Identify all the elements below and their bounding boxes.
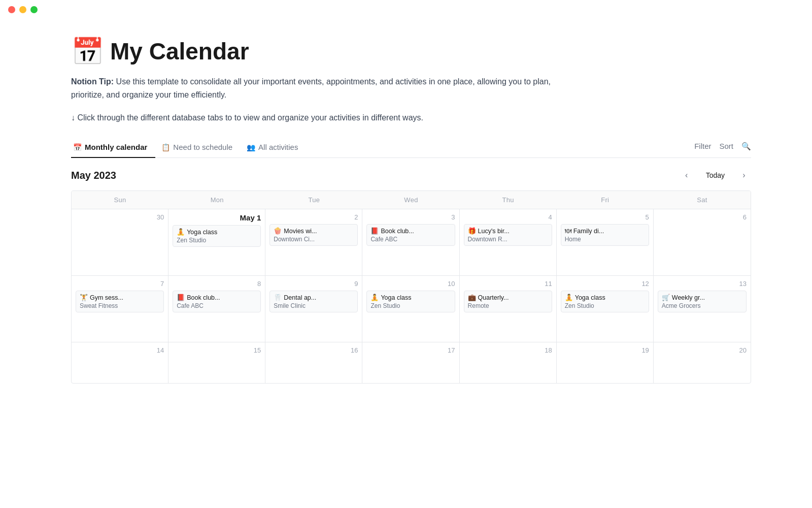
event-birthday-may4[interactable]: 🎁 Lucy's bir... Downtown R... [464,224,552,246]
page-title: My Calendar [110,38,249,65]
calendar-navigation: ‹ Today › [680,168,751,182]
event-dental-may9[interactable]: 🦷 Dental ap... Smile Clinic [269,291,358,312]
event-gym-may7[interactable]: 🏋 Gym sess... Sweat Fitness [76,291,164,312]
day-number-6: 6 [658,213,747,221]
tab-monthly-calendar[interactable]: 📅 Monthly calendar [71,139,155,157]
dental-icon: 🦷 [274,294,282,301]
click-tip: ↓ Click through the different database t… [71,113,751,122]
event-family-dinner-may5[interactable]: 🍽 Family di... Home [561,224,649,246]
calendar-day-18: 18 [460,342,557,383]
title-bar [0,0,812,17]
monthly-calendar-icon: 📅 [73,143,82,151]
calendar-days-header: Sun Mon Tue Wed Thu Fri Sat [72,191,751,209]
calendar-grid: Sun Mon Tue Wed Thu Fri Sat 30 May 1 [71,190,751,384]
event-grocery-may13[interactable]: 🛒 Weekly gr... Acme Grocers [658,291,747,312]
event-location-grocery: Acme Grocers [662,302,742,309]
calendar-day-6: 6 [654,209,751,275]
search-button[interactable]: 🔍 [741,142,751,151]
day-header-sat: Sat [654,191,751,209]
day-header-sun: Sun [72,191,168,209]
event-bookclub-may8[interactable]: 📕 Book club... Cafe ABC [173,291,261,312]
tab-monthly-calendar-label: Monthly calendar [85,143,147,151]
calendar-day-10: 10 🧘 Yoga class Zen Studio [362,276,459,342]
event-name-bookclub-may8: Book club... [187,294,220,301]
calendar-day-16: 16 [265,342,362,383]
maximize-button[interactable] [30,6,38,13]
day-number-30: 30 [76,213,164,221]
event-yoga-may1[interactable]: 🧘 Yoga class Zen Studio [173,225,261,247]
event-location-gym-may7: Sweat Fitness [80,302,160,309]
filter-label: Filter [694,142,711,150]
sort-button[interactable]: Sort [719,142,733,150]
today-button[interactable]: Today [700,169,731,181]
calendar-day-2: 2 🍿 Movies wi... Downtown Ci... [265,209,362,275]
calendar-day-20: 20 [654,342,751,383]
event-title-bookclub-may3: 📕 Book club... [370,227,451,235]
yoga-icon-may12: 🧘 [565,294,573,301]
sort-label: Sort [719,142,733,150]
filter-button[interactable]: Filter [694,142,711,150]
yoga-icon-may1: 🧘 [177,228,185,236]
calendar-day-8: 8 📕 Book club... Cafe ABC [168,276,265,342]
event-location-movies: Downtown Ci... [274,236,354,243]
database-tabs: 📅 Monthly calendar 📋 Need to schedule 👥 … [71,139,751,158]
event-location-quarterly: Remote [468,302,548,309]
family-dinner-icon: 🍽 [565,227,571,235]
prev-month-button[interactable]: ‹ [680,168,694,182]
minimize-button[interactable] [19,6,26,13]
need-to-schedule-icon: 📋 [161,143,170,151]
bookclub-icon-may8: 📕 [177,294,185,301]
event-location-bookclub-may3: Cafe ABC [370,236,451,243]
day-number-16: 16 [269,346,358,354]
calendar-week-2: 7 🏋 Gym sess... Sweat Fitness 8 [72,276,751,342]
day-number-18: 18 [464,346,552,354]
movies-icon: 🍿 [274,227,282,235]
birthday-icon: 🎁 [468,227,476,235]
event-name-dental: Dental ap... [284,294,316,301]
search-icon[interactable]: 🔍 [741,142,751,151]
day-number-8: 8 [173,280,261,288]
calendar-day-7: 7 🏋 Gym sess... Sweat Fitness [72,276,168,342]
day-number-15: 15 [173,346,261,354]
day-number-14: 14 [76,346,164,354]
event-title-dental: 🦷 Dental ap... [274,294,354,301]
event-name-yoga-may10: Yoga class [381,294,411,301]
event-name-gym-may7: Gym sess... [90,294,123,301]
event-yoga-may10[interactable]: 🧘 Yoga class Zen Studio [366,291,455,312]
event-bookclub-may3[interactable]: 📕 Book club... Cafe ABC [366,224,455,246]
event-quarterly-may11[interactable]: 💼 Quarterly... Remote [464,291,552,312]
event-name-bookclub-may3: Book club... [381,228,414,235]
event-movies-may2[interactable]: 🍿 Movies wi... Downtown Ci... [269,224,358,246]
event-name-birthday: Lucy's bir... [478,228,510,235]
notion-tip-prefix: Notion Tip: [71,77,114,86]
calendar-header: May 2023 ‹ Today › [71,168,751,182]
close-button[interactable] [8,6,15,13]
calendar-day-14: 14 [72,342,168,383]
event-title-birthday: 🎁 Lucy's bir... [468,227,548,235]
event-title-family-dinner: 🍽 Family di... [565,227,645,235]
calendar-day-30: 30 [72,209,168,275]
tab-all-activities[interactable]: 👥 All activities [245,139,306,157]
calendar-week-1: 30 May 1 🧘 Yoga class Zen Studio [72,209,751,276]
event-name-yoga-may12: Yoga class [575,294,605,301]
gym-icon-may7: 🏋 [80,294,88,301]
event-location-yoga-may10: Zen Studio [370,302,451,309]
day-number-19: 19 [561,346,649,354]
event-yoga-may12[interactable]: 🧘 Yoga class Zen Studio [561,291,649,312]
event-location-birthday: Downtown R... [468,236,548,243]
day-number-may1: May 1 [173,213,261,222]
event-location-yoga-may12: Zen Studio [565,302,645,309]
tab-all-activities-label: All activities [258,143,298,151]
day-number-10: 10 [366,280,455,288]
day-header-mon: Mon [168,191,265,209]
next-month-button[interactable]: › [737,168,751,182]
calendar-month-title: May 2023 [71,170,116,181]
day-number-13: 13 [658,280,747,288]
day-number-4: 4 [464,213,552,221]
event-name-yoga-may1: Yoga class [187,229,217,236]
event-title-gym-may7: 🏋 Gym sess... [80,294,160,301]
tab-need-to-schedule[interactable]: 📋 Need to schedule [159,139,241,157]
event-title-movies: 🍿 Movies wi... [274,227,354,235]
day-header-thu: Thu [460,191,557,209]
page-icon: 📅 [71,38,104,65]
